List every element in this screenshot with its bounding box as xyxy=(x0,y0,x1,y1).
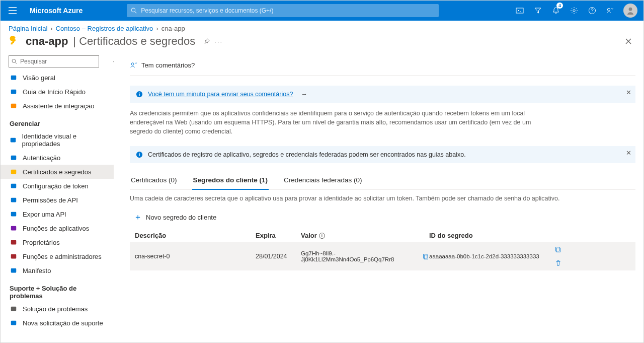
main-content: Tem comentários? Você tem um minuto para… xyxy=(114,55,643,342)
secrets-table: Descrição Expira Valor i ID do segredo c… xyxy=(130,229,635,270)
sidebar-item[interactable]: Manifesto xyxy=(1,263,114,278)
approles-icon xyxy=(10,224,18,232)
sidebar-item[interactable]: Identidade visual e propriedades xyxy=(1,129,114,151)
svg-rect-21 xyxy=(11,254,17,259)
pin-icon[interactable] xyxy=(203,38,210,45)
svg-rect-17 xyxy=(11,198,17,202)
notifications-icon[interactable]: 4 xyxy=(548,1,564,21)
plus-icon: ＋ xyxy=(134,212,142,223)
global-search-input[interactable] xyxy=(127,4,439,17)
admins-icon xyxy=(10,252,18,260)
page-title-app: cna-app xyxy=(26,35,68,48)
expose-icon xyxy=(10,210,18,218)
collapse-sidebar-icon[interactable]: « xyxy=(113,57,114,65)
sidebar-item[interactable]: Permissões de API xyxy=(1,193,114,207)
tabs-info-text: Certificados de registro de aplicativo, … xyxy=(148,151,466,158)
tab[interactable]: Certificados (0) xyxy=(130,172,178,189)
sidebar-group-support: Suporte + Solução de problemas xyxy=(1,278,114,302)
svg-point-5 xyxy=(607,8,610,11)
tab-description: Uma cadeia de caracteres secreta que o a… xyxy=(130,190,635,209)
sidebar-item[interactable]: Proprietários xyxy=(1,235,114,249)
globe-icon xyxy=(10,74,18,82)
description-text: As credenciais permitem que os aplicativ… xyxy=(130,109,552,136)
copy-value-icon[interactable] xyxy=(423,253,429,260)
settings-icon[interactable] xyxy=(566,1,582,21)
table-header: Descrição Expira Valor i ID do segredo xyxy=(130,229,635,242)
cell-description: cna-secret-0 xyxy=(135,253,256,260)
sidebar-item-label: Nova solicitação de suporte xyxy=(23,319,103,327)
svg-rect-22 xyxy=(11,268,17,273)
svg-rect-23 xyxy=(11,307,17,311)
svg-rect-16 xyxy=(11,184,17,188)
sidebar-item-label: Funções de aplicativos xyxy=(23,225,89,232)
sidebar-item[interactable]: Expor uma API xyxy=(1,207,114,221)
sidebar-item[interactable]: Funções e administradores xyxy=(1,249,114,263)
copy-id-icon[interactable] xyxy=(555,246,585,253)
delete-icon[interactable] xyxy=(555,260,585,266)
cloud-shell-icon[interactable] xyxy=(512,1,528,21)
notification-count-badge: 4 xyxy=(556,3,563,9)
svg-rect-12 xyxy=(11,104,17,108)
col-description: Descrição xyxy=(135,232,256,239)
banner-close-icon[interactable]: ✕ xyxy=(626,89,631,96)
sidebar-search-input[interactable] xyxy=(9,55,99,67)
feedback-label: Tem comentários? xyxy=(141,61,195,69)
more-icon[interactable]: ··· xyxy=(214,38,223,45)
sidebar-item-label: Visão geral xyxy=(23,74,55,82)
tab[interactable]: Credenciais federadas (0) xyxy=(283,172,363,189)
sidebar-item[interactable]: Autenticação xyxy=(1,151,114,165)
sidebar: « Visão geralGuia de Início RápidoAssist… xyxy=(1,55,114,342)
svg-rect-11 xyxy=(11,90,17,94)
svg-rect-14 xyxy=(11,156,17,160)
sidebar-item[interactable]: Configuração de token xyxy=(1,179,114,193)
search-icon xyxy=(131,8,137,14)
breadcrumb-current[interactable]: cna-app xyxy=(162,25,185,32)
filter-icon[interactable] xyxy=(530,1,546,21)
sidebar-item-label: Autenticação xyxy=(23,154,60,162)
breadcrumb-home[interactable]: Página Inicial xyxy=(9,25,47,32)
sidebar-item-label: Proprietários xyxy=(23,239,60,246)
feedback-top-icon[interactable] xyxy=(602,1,618,21)
sidebar-item-label: Manifesto xyxy=(23,267,51,275)
close-blade-button[interactable] xyxy=(621,34,635,48)
sidebar-item[interactable]: Guia de Início Rápido xyxy=(1,85,114,99)
svg-point-7 xyxy=(15,38,16,40)
auth-icon xyxy=(10,154,18,162)
rocket-icon xyxy=(10,102,18,110)
tabs-info-banner: Certificados de registro de aplicativo, … xyxy=(130,146,635,163)
sidebar-item-label: Configuração de token xyxy=(23,182,89,190)
sidebar-item[interactable]: Funções de aplicativos xyxy=(1,221,114,235)
sidebar-item-label: Expor uma API xyxy=(23,211,66,218)
page-title-row: cna-app | Certificados e segredos ··· xyxy=(1,34,643,55)
banner-close-icon[interactable]: ✕ xyxy=(626,149,631,157)
sidebar-item[interactable]: Certificados e segredos xyxy=(1,165,114,179)
svg-rect-13 xyxy=(11,138,16,143)
sidebar-item[interactable]: Nova solicitação de suporte xyxy=(1,316,114,330)
info-tooltip-icon[interactable]: i xyxy=(319,233,325,239)
breadcrumb-parent[interactable]: Contoso – Registros de aplicativo xyxy=(56,25,153,32)
new-secret-label: Novo segredo do cliente xyxy=(146,214,216,221)
feedback-bar[interactable]: Tem comentários? xyxy=(130,55,635,76)
sidebar-group-manage: Gerenciar xyxy=(1,113,114,129)
feedback-banner: Você tem um minuto para enviar seus come… xyxy=(130,86,635,103)
user-avatar[interactable] xyxy=(623,4,637,18)
svg-rect-10 xyxy=(11,76,17,80)
arrow-right-icon: → xyxy=(301,91,307,98)
svg-rect-31 xyxy=(139,153,139,154)
top-bar: Microsoft Azure 4 xyxy=(1,1,643,21)
sidebar-item[interactable]: Assistente de integração xyxy=(1,99,114,113)
hamburger-icon[interactable] xyxy=(5,3,21,19)
new-secret-button[interactable]: ＋ Novo segredo do cliente xyxy=(130,209,635,229)
key-icon xyxy=(9,35,21,47)
svg-line-1 xyxy=(135,12,136,13)
feedback-banner-link[interactable]: Você tem um minuto para enviar seus come… xyxy=(148,91,293,98)
cell-expires: 28/01/2024 xyxy=(256,253,301,260)
help-icon[interactable] xyxy=(584,1,600,21)
svg-point-0 xyxy=(131,8,135,12)
tab[interactable]: Segredos do cliente (1) xyxy=(192,172,269,190)
table-row: cna-secret-028/01/2024Gg7Hh~8Ii9.-Jj0Kk1… xyxy=(130,242,635,270)
svg-rect-28 xyxy=(139,93,139,93)
sidebar-item[interactable]: Solução de problemas xyxy=(1,302,114,316)
sidebar-item[interactable]: Visão geral xyxy=(1,71,114,85)
info-icon xyxy=(136,151,143,158)
